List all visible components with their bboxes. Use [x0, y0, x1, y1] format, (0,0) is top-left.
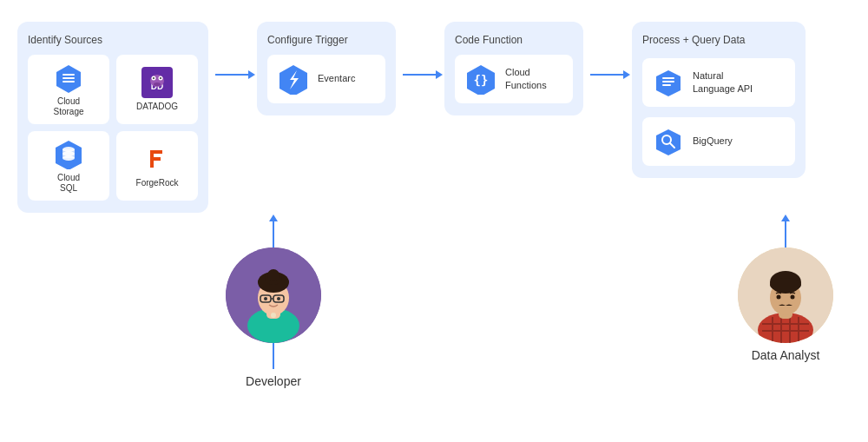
- bigquery-label: BigQuery: [693, 135, 733, 147]
- nl-api-icon: [653, 67, 684, 98]
- svg-rect-2: [62, 77, 75, 79]
- svg-text:{}: {}: [474, 73, 489, 87]
- analyst-arrow-up-head: [781, 214, 790, 221]
- eventarc-item: Eventarc: [267, 55, 385, 103]
- cloud-sql-item: CloudSQL: [28, 131, 109, 201]
- arrow-line-2: [403, 74, 437, 76]
- process-label: Process + Query Data: [642, 34, 795, 46]
- dev-arrow-up-line: [273, 221, 274, 247]
- code-function-box: Code Function {} CloudFunctions: [444, 22, 583, 115]
- developer-avatar: [226, 247, 321, 343]
- svg-point-17: [62, 155, 75, 161]
- svg-point-40: [277, 297, 280, 300]
- nl-api-label: NaturalLanguage API: [693, 69, 753, 95]
- sources-grid: CloudStorage DD: [28, 55, 198, 201]
- bigquery-icon: [653, 126, 684, 157]
- trigger-label: Configure Trigger: [267, 34, 385, 46]
- arrow-1: [208, 74, 257, 76]
- cloud-functions-label: CloudFunctions: [505, 66, 547, 91]
- identify-sources-box: Identify Sources CloudStorage: [17, 22, 208, 213]
- svg-marker-22: [656, 70, 681, 96]
- datadog-icon: DD: [141, 67, 173, 98]
- forgerock-label: ForgeRock: [136, 178, 179, 188]
- analyst-section: Data Analyst: [738, 221, 833, 362]
- cloud-sql-label: CloudSQL: [57, 173, 80, 194]
- svg-rect-1: [62, 74, 75, 76]
- architecture-diagram: Identify Sources CloudStorage: [17, 13, 851, 430]
- bottom-section: Developer: [17, 221, 851, 388]
- arrow-2: [396, 74, 444, 76]
- configure-trigger-box: Configure Trigger Eventarc: [257, 22, 396, 115]
- svg-rect-25: [662, 84, 671, 86]
- developer-label: Developer: [246, 374, 301, 388]
- forgerock-item: ForgeRock: [116, 131, 198, 201]
- arrow-3: [583, 74, 632, 76]
- svg-marker-26: [656, 129, 681, 155]
- cloud-functions-item: {} CloudFunctions: [455, 55, 573, 103]
- cloud-storage-label: CloudStorage: [53, 96, 83, 117]
- arrow-line-1: [215, 74, 250, 76]
- svg-rect-3: [62, 81, 75, 82]
- datadog-item: DD DATADOG: [116, 55, 198, 124]
- svg-rect-24: [662, 81, 674, 82]
- svg-point-55: [791, 294, 795, 299]
- svg-point-35: [267, 269, 279, 281]
- nl-api-item: NaturalLanguage API: [642, 58, 795, 107]
- developer-section: Developer: [226, 221, 321, 388]
- svg-point-54: [777, 294, 781, 299]
- svg-point-39: [264, 297, 267, 300]
- svg-point-53: [770, 278, 801, 292]
- cloud-sql-icon: [53, 138, 84, 169]
- top-row: Identify Sources CloudStorage: [17, 13, 851, 213]
- dev-arrow-up-head: [269, 214, 278, 221]
- cloud-storage-item: CloudStorage: [28, 55, 109, 124]
- datadog-label: DATADOG: [136, 102, 178, 112]
- forgerock-icon: [141, 143, 173, 175]
- svg-point-9: [153, 77, 155, 79]
- dev-arrow-down-line: [273, 343, 274, 369]
- process-query-box: Process + Query Data NaturalLanguage API: [632, 22, 806, 178]
- identify-label: Identify Sources: [28, 34, 198, 46]
- svg-rect-23: [662, 77, 674, 79]
- analyst-avatar: [738, 247, 833, 343]
- cloud-storage-icon: [53, 62, 84, 93]
- cloud-functions-icon: {}: [465, 63, 496, 95]
- process-items: NaturalLanguage API BigQuery: [642, 55, 795, 166]
- arrow-line-3: [590, 74, 625, 76]
- function-label: Code Function: [455, 34, 573, 46]
- analyst-label: Data Analyst: [752, 348, 820, 362]
- eventarc-icon: [278, 63, 309, 95]
- eventarc-label: Eventarc: [318, 72, 355, 84]
- bigquery-item: BigQuery: [642, 117, 795, 166]
- svg-point-10: [160, 77, 161, 79]
- svg-point-11: [154, 82, 161, 86]
- analyst-arrow-up-line: [785, 221, 786, 247]
- svg-point-41: [271, 313, 276, 318]
